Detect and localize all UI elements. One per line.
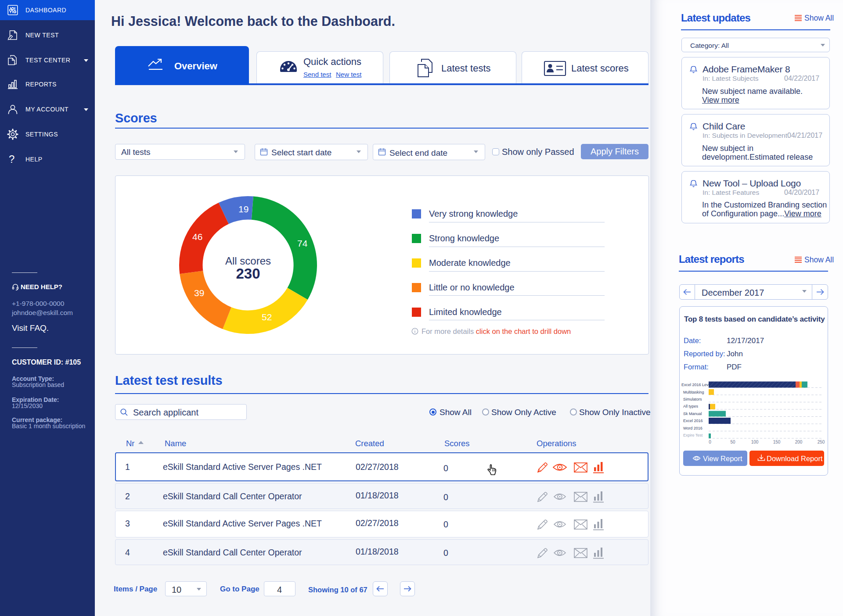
svg-text:39: 39	[194, 288, 204, 298]
svg-text:0: 0	[709, 440, 711, 444]
svg-text:100: 100	[751, 440, 759, 444]
svg-text:52: 52	[262, 312, 272, 322]
svg-text:250: 250	[818, 440, 825, 444]
svg-text:Excel 2016 Levi: Excel 2016 Levi	[681, 383, 710, 387]
svg-text:19: 19	[238, 204, 249, 214]
svg-text:All types: All types	[683, 404, 699, 408]
svg-text:Simulators: Simulators	[683, 397, 702, 401]
svg-text:74: 74	[297, 238, 308, 248]
svg-text:150: 150	[773, 440, 781, 444]
svg-text:All scores: All scores	[225, 255, 271, 267]
svg-text:230: 230	[236, 265, 260, 282]
svg-text:Multitasking: Multitasking	[683, 390, 704, 394]
svg-text:46: 46	[192, 232, 202, 242]
svg-text:Expire Test: Expire Test	[683, 433, 703, 437]
svg-text:Sk Manual: Sk Manual	[683, 412, 702, 416]
svg-text:Excel 2016: Excel 2016	[683, 419, 703, 423]
svg-text:Word 2016: Word 2016	[683, 426, 702, 430]
svg-text:50: 50	[730, 440, 735, 444]
svg-text:200: 200	[795, 440, 803, 444]
